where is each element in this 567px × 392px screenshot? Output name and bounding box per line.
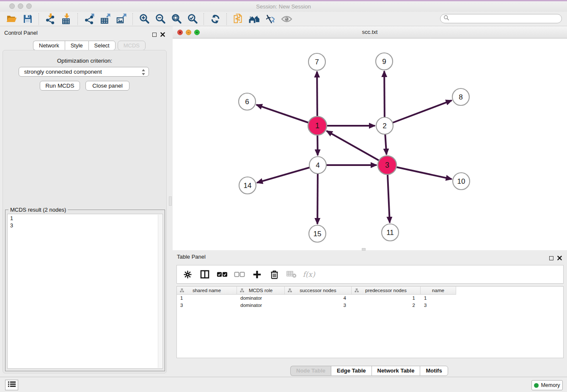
table-cell[interactable]: 3 <box>177 302 237 309</box>
column-sort-icon <box>180 288 184 293</box>
optimization-criterion-label: Optimization criterion: <box>0 58 169 64</box>
memory-button[interactable]: Memory <box>531 380 563 390</box>
status-bar: Memory <box>0 377 567 392</box>
node-label: 10 <box>457 177 465 185</box>
graph-node-10[interactable]: 10 <box>453 173 470 190</box>
table-cell[interactable]: 1 <box>177 295 237 301</box>
graph-node-1[interactable]: 1 <box>308 116 327 135</box>
zoom-fit-button[interactable] <box>168 13 184 25</box>
graph-edge-4-14[interactable] <box>257 165 318 183</box>
tab-network-table[interactable]: Network Table <box>372 366 420 376</box>
task-history-button[interactable] <box>5 380 18 390</box>
criterion-select[interactable]: strongly connected component <box>19 67 149 77</box>
canvas-resize-handle[interactable] <box>362 248 366 251</box>
tab-node-table[interactable]: Node Table <box>290 366 331 376</box>
column-header-name[interactable]: name <box>421 287 456 295</box>
graph-node-4[interactable]: 4 <box>309 157 326 174</box>
float-table-panel-icon[interactable] <box>549 256 553 260</box>
export-network-icon <box>84 13 95 25</box>
graph-node-6[interactable]: 6 <box>239 93 256 110</box>
table-cell[interactable]: 3 <box>285 302 352 309</box>
zoom-in-button[interactable] <box>136 13 152 25</box>
node-label: 2 <box>383 122 386 130</box>
float-panel-icon[interactable] <box>152 33 157 37</box>
zoom-selected-button[interactable] <box>184 13 201 25</box>
graph-edge-2-8[interactable] <box>385 100 451 126</box>
node-label: 3 <box>385 161 389 169</box>
graph-edge-3-10[interactable] <box>387 165 452 179</box>
column-header-successor-nodes[interactable]: successor nodes <box>285 287 352 295</box>
tab-motifs[interactable]: Motifs <box>420 366 448 376</box>
close-panel-button[interactable]: Close panel <box>85 81 129 91</box>
close-panel-icon[interactable] <box>160 31 165 39</box>
mcds-result-textarea[interactable]: 1 3 <box>7 214 163 369</box>
table-cell[interactable]: dominator <box>237 295 285 301</box>
export-image-button[interactable] <box>113 13 129 25</box>
search-box[interactable] <box>440 14 562 23</box>
refresh-layout-button[interactable] <box>207 13 223 25</box>
graph-node-15[interactable]: 15 <box>309 225 326 242</box>
import-network-button[interactable] <box>42 13 58 25</box>
save-session-button[interactable] <box>19 13 36 25</box>
open-file-button[interactable] <box>3 13 19 25</box>
table-cell[interactable]: dominator <box>237 302 285 309</box>
table-header-row: shared nameMCDS rolesuccessor nodesprede… <box>177 287 456 295</box>
search-icon <box>443 15 449 22</box>
table-cell[interactable]: 4 <box>285 295 352 301</box>
close-table-panel-icon[interactable] <box>557 254 562 262</box>
list-icon <box>8 381 16 389</box>
network-canvas[interactable]: 7968124314101511 <box>173 39 567 250</box>
column-header-predecessor-nodes[interactable]: predecessor nodes <box>352 287 421 295</box>
column-header-MCDS-role[interactable]: MCDS role <box>237 287 285 295</box>
graph-edge-3-1[interactable] <box>327 131 387 165</box>
network-window-title: scc.txt <box>173 26 567 38</box>
export-network-button[interactable] <box>81 13 97 25</box>
save-session-icon <box>22 14 33 24</box>
delete-row-button[interactable] <box>269 268 280 281</box>
node-label: 15 <box>314 230 322 238</box>
table-cell[interactable]: 1 <box>421 295 456 301</box>
zoom-out-button[interactable] <box>152 13 168 25</box>
document-network-icon <box>233 14 244 25</box>
run-mcds-button[interactable]: Run MCDS <box>40 81 80 91</box>
settings-button[interactable] <box>182 268 193 281</box>
graph-node-8[interactable]: 8 <box>452 88 469 105</box>
network-window-titlebar: ✕ − + scc.txt <box>173 26 567 39</box>
columns-button[interactable] <box>199 268 210 281</box>
graph-node-7[interactable]: 7 <box>308 53 325 70</box>
tab-edge-table[interactable]: Edge Table <box>331 366 371 376</box>
show-graphics-button[interactable] <box>278 13 295 25</box>
home-button[interactable] <box>246 13 262 25</box>
node-table: shared nameMCDS rolesuccessor nodesprede… <box>176 286 564 358</box>
result-scrollbar[interactable] <box>158 215 162 368</box>
graph-node-11[interactable]: 11 <box>382 224 399 241</box>
hide-graphics-button[interactable] <box>262 13 278 25</box>
table-cell[interactable]: 3 <box>421 302 456 309</box>
toolbar-separator <box>77 13 78 25</box>
graph-node-9[interactable]: 9 <box>376 53 393 70</box>
table-panel-controls <box>549 254 562 262</box>
graph-node-14[interactable]: 14 <box>239 177 256 194</box>
table-row[interactable]: 1dominator411 <box>177 295 456 301</box>
graph-node-3[interactable]: 3 <box>378 156 396 174</box>
column-header-shared-name[interactable]: shared name <box>177 287 237 295</box>
node-label: 7 <box>315 58 319 66</box>
table-cell[interactable]: 2 <box>352 302 421 309</box>
document-network-button[interactable] <box>230 13 246 25</box>
table-row[interactable]: 3dominator323 <box>177 302 456 309</box>
tab-style[interactable]: Style <box>65 41 88 50</box>
import-table-button[interactable] <box>58 13 74 25</box>
table-cell[interactable]: 1 <box>352 295 421 301</box>
deselect-all-button[interactable] <box>234 268 245 281</box>
add-row-button[interactable] <box>251 268 262 281</box>
export-table-button[interactable] <box>97 13 113 25</box>
tab-select[interactable]: Select <box>88 41 116 50</box>
search-input[interactable] <box>451 15 559 22</box>
panel-splitter-handle[interactable] <box>169 196 172 206</box>
graph-node-2[interactable]: 2 <box>376 117 393 134</box>
select-all-icon <box>217 271 228 278</box>
select-stepper-icon <box>141 69 146 78</box>
select-all-button[interactable] <box>217 268 228 281</box>
tab-mcds[interactable]: MCDS <box>118 41 146 50</box>
tab-network[interactable]: Network <box>33 41 65 50</box>
